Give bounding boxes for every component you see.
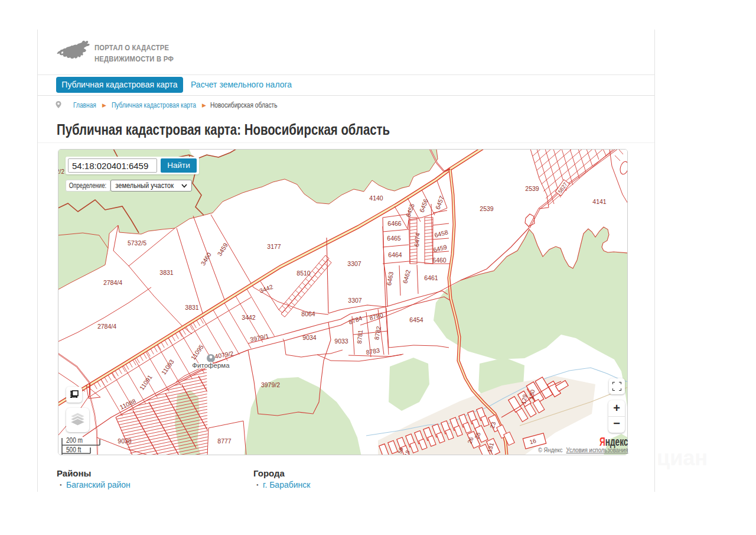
svg-text:3307: 3307 [348,297,362,304]
svg-text:2/2: 2/2 [58,168,64,175]
svg-text:6474: 6474 [413,232,421,247]
svg-text:3831: 3831 [159,269,174,276]
svg-text:8510: 8510 [296,270,311,277]
svg-text:8781: 8781 [356,329,364,343]
svg-text:3831: 3831 [185,304,199,311]
svg-text:5732/5: 5732/5 [128,239,146,247]
svg-text:2784/4: 2784/4 [97,323,116,330]
svg-text:8777: 8777 [217,437,232,445]
svg-text:2784/4: 2784/4 [103,279,122,286]
svg-text:2539: 2539 [480,205,494,212]
svg-text:3307: 3307 [347,260,361,267]
svg-text:9034: 9034 [302,334,317,341]
svg-text:6465: 6465 [387,235,401,242]
svg-text:3979/2: 3979/2 [261,381,280,388]
svg-text:4140: 4140 [369,194,383,202]
svg-text:6464: 6464 [388,251,402,258]
svg-text:3177: 3177 [267,243,281,250]
svg-text:6466: 6466 [387,220,402,227]
svg-text:6461: 6461 [424,274,438,281]
svg-text:3442: 3442 [242,314,256,321]
svg-text:9033: 9033 [334,338,348,345]
svg-text:2539: 2539 [525,185,539,192]
svg-text:8064: 8064 [301,310,315,317]
svg-text:Фитоферма: Фитоферма [192,362,230,369]
svg-text:9038: 9038 [118,437,132,445]
svg-text:6460: 6460 [432,257,447,264]
svg-text:6454: 6454 [409,316,423,323]
svg-text:4141: 4141 [592,198,607,205]
